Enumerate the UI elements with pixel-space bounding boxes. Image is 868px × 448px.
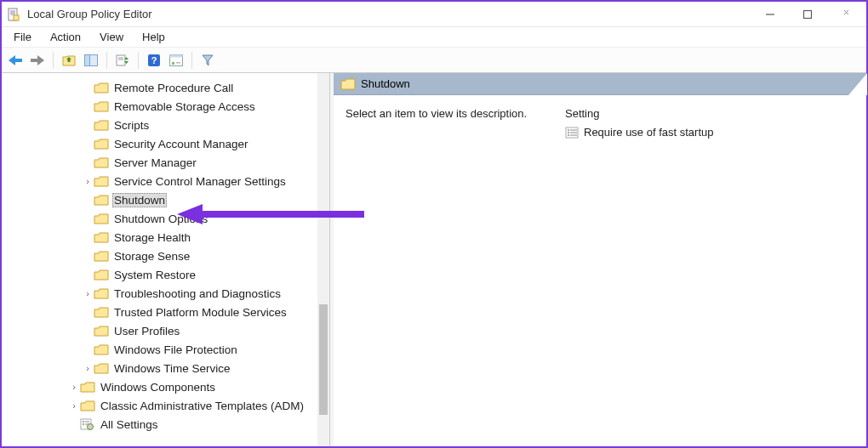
tree-item-scripts[interactable]: ·Scripts — [2, 116, 329, 134]
tree-item-security-account-manager[interactable]: ·Security Account Manager — [2, 134, 329, 153]
settings-icon — [80, 418, 95, 430]
expand-chevron-icon[interactable]: › — [68, 382, 80, 392]
svg-rect-13 — [117, 55, 125, 65]
tree-item-classic-administrative-templates-adm-[interactable]: ›Classic Administrative Templates (ADM) — [2, 396, 329, 415]
help-button[interactable]: ? — [144, 50, 164, 71]
tree-item-user-profiles[interactable]: ·User Profiles — [2, 321, 329, 340]
folder-icon — [94, 119, 109, 131]
svg-rect-10 — [31, 59, 38, 62]
svg-rect-12 — [85, 54, 90, 65]
tree-panel: ·Remote Procedure Call·Removable Storage… — [2, 73, 330, 446]
tree-item-storage-health[interactable]: ·Storage Health — [2, 228, 329, 247]
svg-point-27 — [88, 424, 94, 430]
close-button[interactable] — [834, 6, 856, 23]
menu-view[interactable]: View — [91, 29, 132, 45]
tree-item-label: Windows File Protection — [112, 343, 239, 356]
folder-icon — [94, 343, 109, 355]
window-title: Local Group Policy Editor — [27, 8, 759, 20]
svg-rect-9 — [14, 59, 22, 62]
properties-button[interactable] — [166, 50, 186, 71]
tree-item-label: Windows Components — [99, 381, 217, 394]
svg-rect-4 — [14, 15, 19, 20]
setting-column-header: Setting — [565, 107, 854, 120]
toolbar-separator — [53, 52, 54, 69]
tree-item-label: User Profiles — [112, 325, 181, 337]
folder-icon — [94, 306, 109, 318]
folder-icon — [94, 269, 109, 281]
setting-item[interactable]: Require use of fast startup — [565, 125, 854, 139]
folder-icon — [94, 213, 109, 224]
tree-item-label: Shutdown — [112, 193, 167, 207]
detail-title: Shutdown — [361, 77, 410, 90]
back-button[interactable] — [5, 50, 26, 71]
menu-action[interactable]: Action — [42, 29, 89, 45]
window-controls — [759, 6, 861, 23]
tree-item-windows-time-service[interactable]: ›Windows Time Service — [2, 359, 329, 377]
svg-rect-21 — [176, 62, 180, 64]
forward-button[interactable] — [27, 50, 48, 71]
tree-item-label: All Settings — [99, 418, 160, 431]
minimize-button[interactable] — [759, 6, 781, 23]
tree-item-label: System Restore — [112, 269, 197, 281]
folder-icon — [80, 400, 95, 411]
tree-item-label: Service Control Manager Settings — [112, 175, 288, 188]
expand-chevron-icon[interactable]: › — [68, 400, 80, 411]
tree-item-label: Removable Storage Access — [112, 100, 257, 113]
folder-icon — [94, 175, 109, 187]
export-list-button[interactable] — [112, 50, 133, 71]
detail-panel: Shutdown Select an item to view its desc… — [330, 73, 866, 446]
expand-chevron-icon[interactable]: › — [82, 176, 94, 186]
maximize-button[interactable] — [797, 6, 819, 23]
svg-point-31 — [568, 132, 569, 133]
folder-icon — [94, 156, 109, 168]
tree-item-label: Trusted Platform Module Services — [112, 306, 288, 319]
svg-point-33 — [568, 134, 569, 136]
svg-point-29 — [568, 129, 569, 131]
tree-item-label: Shutdown Options — [112, 213, 209, 225]
tree-item-label: Server Manager — [112, 156, 198, 169]
tree-item-service-control-manager-settings[interactable]: ›Service Control Manager Settings — [2, 172, 329, 190]
tree-item-troubleshooting-and-diagnostics[interactable]: ›Troubleshooting and Diagnostics — [2, 284, 329, 303]
description-placeholder: Select an item to view its description. — [345, 107, 527, 120]
toolbar-separator — [191, 52, 192, 69]
tree-item-server-manager[interactable]: ·Server Manager — [2, 153, 329, 172]
tree-item-label: Windows Time Service — [112, 362, 232, 375]
tree-item-removable-storage-access[interactable]: ·Removable Storage Access — [2, 97, 329, 116]
folder-icon — [94, 231, 109, 243]
toolbar-separator — [106, 52, 107, 69]
up-one-level-button[interactable] — [59, 50, 79, 71]
tree-item-windows-file-protection[interactable]: ·Windows File Protection — [2, 340, 329, 359]
tree-item-shutdown-options[interactable]: ·Shutdown Options — [2, 209, 329, 228]
expand-chevron-icon[interactable]: › — [82, 363, 94, 373]
scrollbar-thumb[interactable] — [319, 304, 328, 415]
menu-file[interactable]: File — [5, 29, 40, 45]
tree-item-windows-components[interactable]: ›Windows Components — [2, 377, 329, 396]
show-hide-console-tree-button[interactable] — [81, 50, 101, 71]
tree-item-trusted-platform-module-services[interactable]: ·Trusted Platform Module Services — [2, 303, 329, 321]
setting-label: Require use of fast startup — [584, 126, 713, 139]
menubar: File Action View Help — [2, 27, 866, 48]
settings-column: Setting Require use of fast startup — [565, 107, 854, 434]
folder-icon — [94, 82, 109, 94]
policy-tree[interactable]: ·Remote Procedure Call·Removable Storage… — [2, 73, 329, 446]
tree-item-remote-procedure-call[interactable]: ·Remote Procedure Call — [2, 78, 329, 97]
tree-item-all-settings[interactable]: ·All Settings — [2, 415, 329, 434]
toolbar-separator — [138, 52, 139, 69]
content-area: ·Remote Procedure Call·Removable Storage… — [2, 73, 866, 446]
tree-item-system-restore[interactable]: ·System Restore — [2, 265, 329, 284]
svg-point-23 — [83, 421, 84, 422]
tree-item-shutdown[interactable]: ·Shutdown — [2, 190, 329, 209]
folder-icon — [94, 325, 109, 337]
detail-header: Shutdown — [334, 73, 866, 95]
tree-item-storage-sense[interactable]: ·Storage Sense — [2, 247, 329, 265]
menu-help[interactable]: Help — [134, 29, 174, 45]
filter-button[interactable] — [197, 50, 218, 71]
description-column: Select an item to view its description. — [345, 107, 541, 434]
expand-chevron-icon[interactable]: › — [82, 288, 94, 298]
vertical-scrollbar[interactable] — [317, 73, 329, 446]
folder-icon — [94, 100, 109, 112]
tree-item-label: Classic Administrative Templates (ADM) — [99, 400, 306, 412]
policy-icon — [565, 127, 579, 139]
tree-item-label: Storage Health — [112, 231, 192, 244]
tree-item-label: Storage Sense — [112, 250, 191, 263]
